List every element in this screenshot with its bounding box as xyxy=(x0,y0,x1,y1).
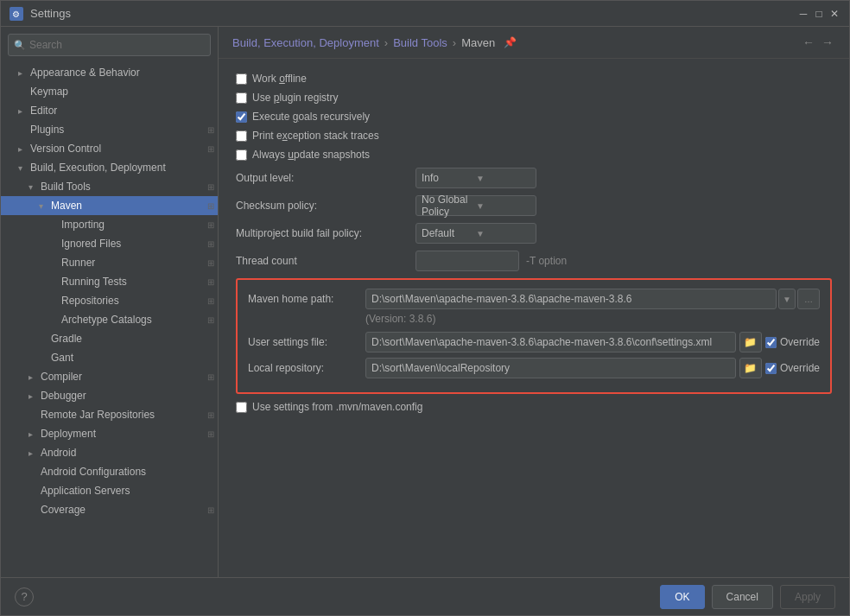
local-repo-input-container: 📁 Override xyxy=(365,358,820,378)
pin-icon: 📌 xyxy=(504,36,517,48)
breadcrumb-maven: Maven xyxy=(461,36,495,49)
output-level-value: Info xyxy=(422,172,476,184)
sidebar-item-ignored-files[interactable]: Ignored Files ⊞ xyxy=(1,234,218,253)
checksum-policy-dropdown[interactable]: No Global Policy ▼ xyxy=(415,195,536,216)
nav-tree: ▸ Appearance & Behavior Keymap ▸ Editor … xyxy=(1,63,218,577)
dropdown-arrow-icon: ▼ xyxy=(476,229,530,238)
sidebar-item-application-servers[interactable]: Application Servers xyxy=(1,481,218,500)
external-icon: ⊞ xyxy=(207,296,214,306)
use-plugin-row: Use plugin registry xyxy=(236,92,832,104)
svg-text:⚙: ⚙ xyxy=(12,10,20,19)
sidebar-item-label: Editor xyxy=(30,105,57,117)
apply-button[interactable]: Apply xyxy=(780,585,835,609)
external-icon: ⊞ xyxy=(207,182,214,192)
multiproject-policy-dropdown[interactable]: Default ▼ xyxy=(415,223,536,244)
sidebar-item-compiler[interactable]: ▸ Compiler ⊞ xyxy=(1,367,218,386)
dropdown-arrow-icon: ▼ xyxy=(476,201,530,211)
sidebar-item-deployment[interactable]: ▸ Deployment ⊞ xyxy=(1,424,218,443)
sidebar-item-repositories[interactable]: Repositories ⊞ xyxy=(1,291,218,310)
execute-goals-row: Execute goals recursively xyxy=(236,111,832,123)
minimize-button[interactable]: ─ xyxy=(797,8,809,20)
main-panel: Build, Execution, Deployment › Build Too… xyxy=(219,27,849,577)
sidebar-item-android[interactable]: ▸ Android xyxy=(1,443,218,462)
maven-home-dropdown-btn[interactable]: ▼ xyxy=(778,289,796,309)
sidebar-item-label: Ignored Files xyxy=(61,238,121,250)
sidebar-item-debugger[interactable]: ▸ Debugger xyxy=(1,386,218,405)
thread-count-label: Thread count xyxy=(236,255,409,267)
local-repo-browse-btn[interactable]: 📁 xyxy=(739,358,762,378)
sidebar-item-build-exec-deploy[interactable]: ▾ Build, Execution, Deployment xyxy=(1,158,218,177)
cancel-button[interactable]: Cancel xyxy=(712,585,773,609)
close-button[interactable]: ✕ xyxy=(828,8,840,20)
output-level-dropdown[interactable]: Info ▼ xyxy=(415,168,536,188)
print-exception-checkbox[interactable] xyxy=(236,130,247,142)
local-repo-override-label: Override xyxy=(765,362,820,374)
checksum-policy-value: No Global Policy xyxy=(422,194,476,218)
back-button[interactable]: ← xyxy=(801,35,816,49)
use-settings-config-checkbox[interactable] xyxy=(236,402,247,413)
arrow-icon: ▸ xyxy=(29,448,39,458)
sidebar-item-label: Remote Jar Repositories xyxy=(41,409,155,421)
sidebar-item-label: Android Configurations xyxy=(41,466,146,478)
user-settings-input[interactable] xyxy=(365,332,736,352)
ok-button[interactable]: OK xyxy=(660,585,704,609)
user-settings-override-checkbox[interactable] xyxy=(765,337,777,348)
local-repo-input[interactable] xyxy=(365,358,736,378)
arrow-icon: ▸ xyxy=(29,372,39,382)
arrow-icon: ▸ xyxy=(18,106,29,116)
sidebar-item-build-tools[interactable]: ▾ Build Tools ⊞ xyxy=(1,177,218,196)
breadcrumb-build-tools[interactable]: Build Tools xyxy=(393,36,447,49)
sidebar-item-appearance[interactable]: ▸ Appearance & Behavior xyxy=(1,63,218,82)
sidebar-item-editor[interactable]: ▸ Editor xyxy=(1,101,218,120)
maven-home-input[interactable] xyxy=(365,289,777,309)
t-option-text: -T option xyxy=(526,255,567,267)
sidebar-item-coverage[interactable]: Coverage ⊞ xyxy=(1,500,218,519)
search-input[interactable] xyxy=(29,39,205,51)
sidebar-item-gant[interactable]: Gant xyxy=(1,348,218,367)
maven-home-browse-btn[interactable]: … xyxy=(797,289,820,309)
maven-home-label: Maven home path: xyxy=(248,293,360,305)
always-update-checkbox[interactable] xyxy=(236,149,247,161)
sidebar-item-label: Gradle xyxy=(51,333,82,345)
sidebar-item-label: Compiler xyxy=(41,371,82,383)
sidebar-item-gradle[interactable]: Gradle xyxy=(1,329,218,348)
maximize-button[interactable]: □ xyxy=(813,8,825,20)
always-update-label: Always update snapshots xyxy=(252,149,370,161)
sidebar-item-archetype-catalogs[interactable]: Archetype Catalogs ⊞ xyxy=(1,310,218,329)
sidebar-item-version-control[interactable]: ▸ Version Control ⊞ xyxy=(1,139,218,158)
help-button[interactable]: ? xyxy=(15,587,34,606)
sidebar-item-runner[interactable]: Runner ⊞ xyxy=(1,253,218,272)
user-settings-browse-btn[interactable]: 📁 xyxy=(739,332,762,352)
user-settings-input-container: 📁 Override xyxy=(365,332,820,352)
maven-home-row: Maven home path: ▼ … xyxy=(248,289,820,309)
sidebar-item-running-tests[interactable]: Running Tests ⊞ xyxy=(1,272,218,291)
checksum-policy-label: Checksum policy: xyxy=(236,200,409,212)
sidebar-item-android-config[interactable]: Android Configurations xyxy=(1,462,218,481)
maven-highlighted-section: Maven home path: ▼ … (Version: 3.8.6) Us… xyxy=(236,278,832,394)
breadcrumb-build-exec[interactable]: Build, Execution, Deployment xyxy=(232,36,379,49)
sidebar-item-label: Gant xyxy=(51,352,73,364)
search-icon: 🔍 xyxy=(14,40,26,51)
output-level-row: Output level: Info ▼ xyxy=(236,168,832,188)
sidebar-item-keymap[interactable]: Keymap xyxy=(1,82,218,101)
external-icon: ⊞ xyxy=(207,315,214,325)
settings-content: Work offline Use plugin registry Execute… xyxy=(219,59,849,577)
settings-window: ⚙ Settings ─ □ ✕ 🔍 ▸ Appearance & Behavi… xyxy=(0,0,850,616)
breadcrumb-sep2: › xyxy=(453,36,456,49)
sidebar-item-label: Build Tools xyxy=(41,181,91,193)
arrow-icon: ▸ xyxy=(18,144,29,154)
external-icon: ⊞ xyxy=(207,239,214,249)
sidebar-item-label: Keymap xyxy=(30,86,68,98)
sidebar-item-importing[interactable]: Importing ⊞ xyxy=(1,215,218,234)
local-repo-override-checkbox[interactable] xyxy=(765,363,777,374)
forward-button[interactable]: → xyxy=(820,35,835,49)
sidebar-item-maven[interactable]: ▾ Maven ⊞ xyxy=(1,196,218,215)
use-plugin-checkbox[interactable] xyxy=(236,92,247,104)
search-box[interactable]: 🔍 xyxy=(8,34,211,56)
sidebar-item-plugins[interactable]: Plugins ⊞ xyxy=(1,120,218,139)
sidebar-item-label: Running Tests xyxy=(61,276,127,288)
work-offline-checkbox[interactable] xyxy=(236,73,247,85)
execute-goals-checkbox[interactable] xyxy=(236,111,247,123)
thread-count-input[interactable] xyxy=(415,251,519,271)
sidebar-item-remote-jar[interactable]: Remote Jar Repositories ⊞ xyxy=(1,405,218,424)
